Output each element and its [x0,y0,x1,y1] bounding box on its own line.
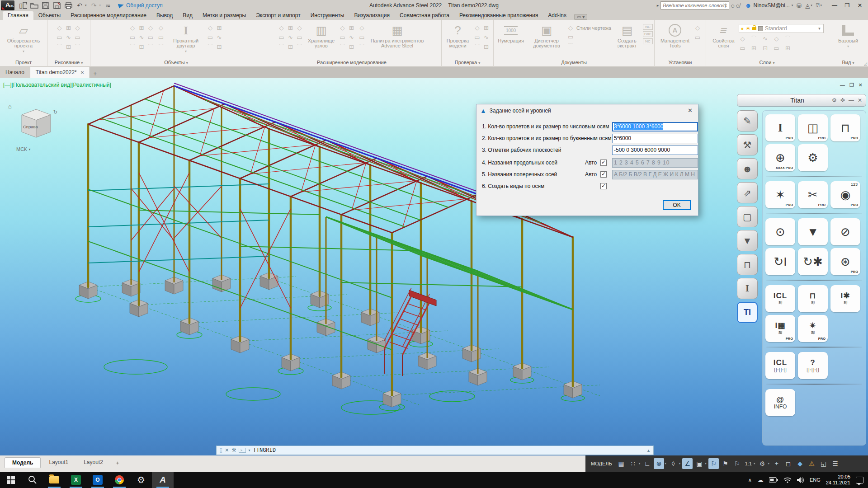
object-tool-icon[interactable] [157,33,165,42]
document-manager-button[interactable]: ▣ Диспетчер документов [528,22,565,48]
docs-tool-icon[interactable] [566,42,575,50]
pin-icon[interactable] [840,97,845,103]
battery-icon[interactable] [769,477,778,483]
customization-menu-icon[interactable]: ☰ [830,458,840,469]
nc-button[interactable]: NC [643,24,653,30]
modify-tools-button[interactable]: ⚒ [737,134,758,155]
advanced-tool-icon[interactable] [339,24,347,32]
titan-tile-icl-structure[interactable]: ICL▯-▯-▯ [765,352,795,379]
command-input[interactable]: TTNGRID [253,447,644,454]
draw-tool-icon[interactable] [56,43,64,51]
titan-tile-hide-objects[interactable]: ⊘ [830,218,860,245]
joint-storage-button[interactable]: ▥ Хранилище узлов [306,22,337,48]
numbering-button[interactable]: 1000 Нумерация [495,22,527,43]
advanced-tool-icon[interactable] [287,33,295,42]
save-as-icon[interactable] [53,1,61,9]
object-tool-icon[interactable] [215,24,223,32]
tab-metki[interactable]: Метки и размеры [198,11,251,20]
layer-tool-icon[interactable] [784,44,792,52]
tab-layout2[interactable]: Layout2 [76,457,110,467]
tab-vyvod[interactable]: Вывод [151,11,178,20]
tab-obekty[interactable]: Объекты [33,11,66,20]
object-tool-icon[interactable] [157,43,165,51]
row6-views-checkbox[interactable] [600,183,607,189]
autosnap-toggle-icon[interactable]: ∠ [682,458,693,469]
filter-tool-button[interactable]: ▼ [737,230,758,251]
account-menu[interactable]: ☻ NinovSM@bi... ▾ [745,2,793,9]
advanced-tool-icon[interactable] [287,43,295,51]
redo-dropdown-icon[interactable]: ▾ [99,4,101,7]
dialog-close-button[interactable]: ✕ [686,107,694,114]
tray-expand-icon[interactable]: ∧ [748,477,752,483]
titan-tile-frame-layers[interactable]: ⊓≋ [798,285,828,312]
close-tab-icon[interactable]: ✕ [80,70,84,75]
advanced-tool-icon[interactable] [339,43,347,51]
titan-tile-beam-sync[interactable]: ↻I [765,248,795,275]
pencil-tool-button[interactable]: ✎ [737,110,758,131]
titan-tile-truss-table[interactable]: ◫PRO [798,114,828,141]
dialog-titlebar[interactable]: ▲ Задание осей и уровней ✕ [476,104,698,117]
titan-tile-bolt-sync[interactable]: ↻✱ [798,248,828,275]
drawing-style-icon[interactable] [566,24,575,32]
osnap-toggle-icon[interactable]: ▣ [694,458,704,469]
advanced-tool-icon[interactable] [296,24,304,32]
tab-eksport[interactable]: Экспорт и импорт [251,11,306,20]
redo-icon[interactable] [90,1,98,9]
taskbar-settings-button[interactable] [130,472,152,488]
object-tool-icon[interactable] [137,24,146,32]
minimize-button[interactable]: — [828,2,841,9]
titan-tile-molecule-layers[interactable]: ✴≋PRO [798,315,828,342]
model-check-button[interactable]: ? Проверка модели [444,22,472,48]
hardware-acceleration-icon[interactable]: ◆ [795,458,805,469]
check-tool-icon[interactable] [473,43,481,51]
titan-tile-weld-bolts[interactable]: ⊕XXXX PRO [765,144,795,171]
titan-tile-camera[interactable]: 123◉PRO [830,181,860,208]
save-icon[interactable] [42,1,50,9]
layer-tool-icon[interactable] [761,35,769,43]
tab-addins[interactable]: Add-ins [543,11,571,20]
props-icon[interactable] [104,1,112,9]
open-folder-icon[interactable] [30,1,38,9]
draw-tool-icon[interactable] [74,33,82,42]
advanced-tool-icon[interactable] [287,24,295,32]
taskbar-search-button[interactable] [22,472,43,488]
object-tool-icon[interactable] [215,43,223,51]
fullscreen-icon[interactable]: ◱ [818,458,829,469]
undo-dropdown-icon[interactable]: ▾ [85,4,87,7]
rolled-beam-button[interactable]: I Прокатный двутавр▾ [167,22,204,54]
object-tool-icon[interactable] [128,43,137,51]
draw-tool-icon[interactable] [65,43,73,51]
titan-tile-filter-selection[interactable]: ▼ [798,218,828,245]
autodesk-apps-icon[interactable]: ◬▾ [805,2,812,9]
taskbar-chrome-button[interactable] [108,472,130,488]
advanced-tool-icon[interactable] [348,33,356,42]
management-tools-button[interactable]: A Management Tools [658,22,692,48]
layer-tool-icon[interactable] [739,44,747,52]
object-tool-icon[interactable] [215,33,223,42]
titan-tile-mesh[interactable]: ✶PRO [765,181,795,208]
app-store-icon[interactable]: ⛁ [797,2,802,9]
object-tool-icon[interactable] [206,33,214,42]
notification-center-icon[interactable] [856,477,863,483]
close-icon[interactable] [858,97,862,103]
nc-settings-button[interactable]: NC [643,38,653,44]
model-viewport[interactable]: [—][Пользовательский вид][Реалистичный] … [0,78,868,455]
panel-label-layers[interactable]: Слои ▾ [707,59,827,67]
undo-icon[interactable] [75,1,84,9]
vp-minimize-icon[interactable]: — [840,82,845,88]
taskbar-advance-steel-button[interactable]: A [152,472,174,488]
workspace-gear-icon[interactable]: ⚙ [757,458,768,469]
command-grip-icon[interactable]: ⣿ [219,448,222,453]
drawing-styles-label[interactable]: Стили чертежа [576,25,611,31]
section-tool-button[interactable]: ⊓ [737,254,758,275]
viewcube[interactable]: ⌂ Справа ↻ [6,101,65,155]
check-tool-icon[interactable] [482,24,491,32]
draw-tool-icon[interactable] [74,24,82,32]
draw-tool-icon[interactable] [56,24,64,32]
settings-tool-icon[interactable] [693,33,702,42]
object-isolate-icon[interactable]: ◻ [783,458,793,469]
tab-rasshirennoe[interactable]: Расширенное моделирование [66,11,151,20]
titan-tile-cut[interactable]: ✂PRO [798,181,828,208]
advanced-tool-icon[interactable] [296,43,304,51]
settings-tool-icon[interactable] [693,24,702,32]
